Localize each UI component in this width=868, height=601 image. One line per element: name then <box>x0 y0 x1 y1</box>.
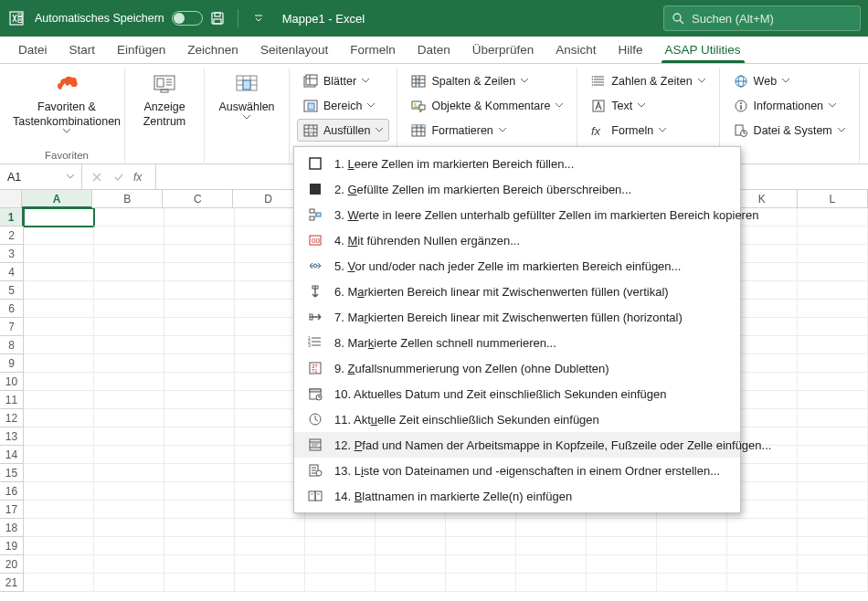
cell[interactable] <box>94 464 164 482</box>
row-header[interactable]: 9 <box>0 354 24 373</box>
cell[interactable] <box>798 519 868 537</box>
cell[interactable] <box>164 373 235 391</box>
cell[interactable] <box>164 464 235 482</box>
cell[interactable] <box>164 245 235 263</box>
tab-formeln[interactable]: Formeln <box>341 37 405 63</box>
cell[interactable] <box>516 519 587 537</box>
cell[interactable] <box>164 354 235 373</box>
row-header[interactable]: 13 <box>0 427 24 446</box>
cell[interactable] <box>24 501 94 519</box>
cell[interactable] <box>798 391 868 409</box>
cell[interactable] <box>446 574 516 592</box>
cell[interactable] <box>94 501 164 519</box>
cell[interactable] <box>24 208 94 227</box>
row-header[interactable]: 8 <box>0 336 24 354</box>
cell[interactable] <box>164 537 235 555</box>
text-button[interactable]: Text <box>585 94 711 117</box>
cell[interactable] <box>164 501 235 519</box>
row-header[interactable]: 7 <box>0 318 24 336</box>
cell[interactable] <box>798 537 868 555</box>
cell[interactable] <box>446 555 516 574</box>
row-header[interactable]: 18 <box>0 519 24 537</box>
cell[interactable] <box>164 427 235 446</box>
tab-überprüfen[interactable]: Überprüfen <box>463 37 544 63</box>
tab-start[interactable]: Start <box>60 37 105 63</box>
cell[interactable] <box>164 227 235 245</box>
cell[interactable] <box>798 555 868 574</box>
menu-item-13[interactable]: 13. Liste von Dateinamen und -eigenschaf… <box>294 458 740 483</box>
bereich-button[interactable]: Bereich <box>297 94 389 117</box>
cell[interactable] <box>24 354 94 373</box>
insert-function-icon[interactable]: fx <box>132 168 150 186</box>
cell[interactable] <box>305 519 376 537</box>
cell[interactable] <box>798 446 868 464</box>
cell[interactable] <box>798 501 868 519</box>
cell[interactable] <box>164 446 235 464</box>
cell[interactable] <box>24 537 94 555</box>
menu-item-11[interactable]: 11. Aktuelle Zeit einschließlich Sekunde… <box>294 406 740 432</box>
cell[interactable] <box>164 300 235 318</box>
cell[interactable] <box>657 537 727 555</box>
cell[interactable] <box>164 391 235 409</box>
cell[interactable] <box>516 574 587 592</box>
formatieren-button[interactable]: Formatieren <box>405 119 569 142</box>
cell[interactable] <box>94 537 164 555</box>
cell[interactable] <box>24 391 94 409</box>
cell[interactable] <box>164 482 235 501</box>
cell[interactable] <box>24 373 94 391</box>
cell[interactable] <box>798 318 868 336</box>
cell[interactable] <box>376 537 446 555</box>
cell[interactable] <box>24 574 94 592</box>
cell[interactable] <box>24 245 94 263</box>
cell[interactable] <box>164 318 235 336</box>
quick-access-dropdown-icon[interactable] <box>248 7 270 29</box>
cell[interactable] <box>727 555 798 574</box>
menu-item-4[interactable]: 004. Mit führenden Nullen ergänzen... <box>294 227 740 253</box>
column-header[interactable]: L <box>798 190 868 208</box>
row-header[interactable]: 15 <box>0 464 24 482</box>
menu-item-2[interactable]: 2. Gefüllte Zellen im markierten Bereich… <box>294 176 740 202</box>
cell[interactable] <box>516 537 587 555</box>
cell[interactable] <box>305 574 376 592</box>
cell[interactable] <box>798 464 868 482</box>
cell[interactable] <box>94 446 164 464</box>
cell[interactable] <box>516 555 587 574</box>
cell[interactable] <box>24 300 94 318</box>
datei-system-button[interactable]: Datei & System <box>727 119 852 142</box>
cell[interactable] <box>94 300 164 318</box>
cell[interactable] <box>235 519 305 537</box>
cell[interactable] <box>94 245 164 263</box>
cell[interactable] <box>94 555 164 574</box>
menu-item-14[interactable]: 14. Blattnamen in markierte Zelle(n) ein… <box>294 483 740 509</box>
cell[interactable] <box>305 537 376 555</box>
auswaehlen-button[interactable]: Auswählen <box>212 68 281 123</box>
cell[interactable] <box>446 519 516 537</box>
cell[interactable] <box>727 574 798 592</box>
confirm-icon[interactable] <box>110 168 128 186</box>
cell[interactable] <box>587 574 657 592</box>
row-header[interactable]: 17 <box>0 501 24 519</box>
tab-zeichnen[interactable]: Zeichnen <box>178 37 248 63</box>
row-header[interactable]: 11 <box>0 391 24 409</box>
menu-item-5[interactable]: 5. Vor und/oder nach jeder Zelle im mark… <box>294 253 740 279</box>
save-icon[interactable] <box>206 7 228 29</box>
tab-seitenlayout[interactable]: Seitenlayout <box>251 37 337 63</box>
row-header[interactable]: 2 <box>0 227 24 245</box>
anzeige-zentrum-button[interactable]: Anzeige Zentrum <box>132 68 196 132</box>
cell[interactable] <box>798 354 868 373</box>
row-header[interactable]: 21 <box>0 574 24 592</box>
cell[interactable] <box>94 574 164 592</box>
spalten-zeilen-button[interactable]: Spalten & Zeilen <box>405 69 569 92</box>
cell[interactable] <box>94 208 164 227</box>
cell[interactable] <box>798 300 868 318</box>
cell[interactable] <box>24 263 94 281</box>
cell[interactable] <box>798 263 868 281</box>
column-header[interactable]: A <box>22 190 92 208</box>
cell[interactable] <box>587 519 657 537</box>
cell[interactable] <box>164 409 235 427</box>
row-header[interactable]: 3 <box>0 245 24 263</box>
blaetter-button[interactable]: Blätter <box>297 69 389 92</box>
row-header[interactable]: 16 <box>0 482 24 501</box>
row-header[interactable]: 5 <box>0 281 24 300</box>
cell[interactable] <box>164 281 235 300</box>
